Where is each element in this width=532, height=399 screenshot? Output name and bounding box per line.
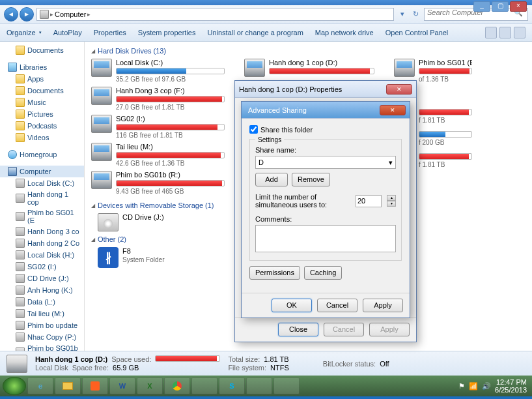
sidebar-item-podcasts[interactable]: Podcasts: [0, 120, 84, 132]
organize-button[interactable]: Organize: [7, 29, 42, 37]
close-button[interactable]: ✕: [386, 84, 412, 95]
sidebar-drive-item[interactable]: Local Disk (H:): [0, 249, 84, 261]
sidebar-drive-item[interactable]: CD Drive (J:): [0, 273, 84, 284]
drive-usage-bar: [419, 109, 472, 115]
taskbar-ie[interactable]: e: [27, 377, 53, 394]
taskbar-clock[interactable]: 12:47 PM 6/25/2013: [495, 378, 529, 394]
remove-button[interactable]: Remove: [292, 173, 330, 186]
taskbar-app2[interactable]: [191, 377, 217, 394]
chevron-down-icon: ▾: [389, 158, 393, 167]
sidebar-drive-item[interactable]: Phim bo SG01b (: [0, 343, 84, 351]
drive-free-text: 9.43 GB free of 465 GB: [116, 188, 225, 195]
system-properties-button[interactable]: System properties: [138, 29, 196, 37]
drive-free-text: 27.0 GB free of 1.81 TB: [116, 104, 225, 111]
sidebar-item-libraries[interactable]: Libraries: [0, 61, 84, 73]
drive-item[interactable]: Phim bo SG01 (E:)of 1.36 TB: [394, 59, 472, 83]
drive-icon: [16, 227, 25, 236]
window-close-button[interactable]: ×: [510, 1, 527, 12]
sidebar-item-homegroup[interactable]: Homegroup: [0, 149, 84, 160]
section-hdd[interactable]: ◢Hard Disk Drives (13): [91, 47, 525, 55]
address-dropdown-button[interactable]: ▾: [397, 8, 408, 20]
sidebar-drive-item[interactable]: Local Disk (C:): [0, 177, 84, 189]
taskbar-explorer[interactable]: [55, 377, 81, 394]
drive-usage-bar: [116, 180, 225, 186]
nav-back-button[interactable]: ◄: [4, 7, 18, 22]
system-tray[interactable]: ⚑ 📶 🔊 12:47 PM 6/25/2013: [458, 378, 529, 394]
map-drive-button[interactable]: Map network drive: [315, 29, 374, 37]
dialog-titlebar[interactable]: Advanced Sharing ✕: [242, 102, 410, 119]
sidebar-drive-item[interactable]: Hanh Dong 3 co: [0, 226, 84, 237]
sidebar-drive-item[interactable]: Hanh dong 1 cop: [0, 189, 84, 207]
drive-free-text: f 200 GB: [419, 139, 472, 146]
start-button[interactable]: [3, 377, 26, 395]
drive-item[interactable]: Hanh Dong 3 cop (F:)27.0 GB free of 1.81…: [91, 87, 225, 111]
sidebar-item-apps[interactable]: Apps: [0, 73, 84, 85]
sidebar-item-videos[interactable]: Videos: [0, 132, 84, 143]
tray-network-icon[interactable]: 📶: [469, 382, 478, 391]
address-bar[interactable]: ▸ Computer ▸: [36, 8, 394, 21]
sidebar-drive-item[interactable]: Tai lieu (M:): [0, 308, 84, 319]
add-button[interactable]: Add: [255, 173, 288, 186]
preview-pane-button[interactable]: [499, 27, 511, 38]
spin-up-button[interactable]: ▴: [387, 195, 396, 201]
comments-textarea[interactable]: [255, 225, 396, 252]
taskbar-app4[interactable]: [273, 377, 300, 394]
window-minimize-button[interactable]: _: [473, 1, 490, 12]
drive-item[interactable]: SG02 (I:)116 GB free of 1.81 TB: [91, 115, 225, 139]
tray-volume-icon[interactable]: 🔊: [482, 382, 491, 391]
autoplay-button[interactable]: AutoPlay: [53, 29, 82, 37]
sidebar-drive-item[interactable]: SG02 (I:): [0, 261, 84, 273]
ok-button[interactable]: OK: [272, 299, 312, 312]
taskbar-excel[interactable]: X: [137, 377, 163, 394]
tray-flag-icon[interactable]: ⚑: [458, 382, 465, 391]
sidebar-drive-item[interactable]: Data (L:): [0, 296, 84, 308]
sidebar-drive-item[interactable]: Nhac Copy (P:): [0, 331, 84, 343]
sidebar-drive-item[interactable]: Anh Hong (K:): [0, 284, 84, 296]
libraries-icon: [8, 63, 17, 72]
sidebar-drive-item[interactable]: Phim bo SG01 (E: [0, 207, 84, 226]
drive-item[interactable]: Local Disk (C:)35.2 GB free of 97.6 GB: [91, 59, 225, 83]
drive-item[interactable]: Tai lieu (M:)42.6 GB free of 1.36 TB: [91, 143, 225, 167]
share-folder-checkbox[interactable]: [249, 125, 258, 134]
drive-item[interactable]: Phim bo SG01b (R:)9.43 GB free of 465 GB: [91, 171, 225, 195]
sidebar-item-documents[interactable]: Documents: [0, 44, 84, 56]
taskbar-app1[interactable]: [82, 377, 108, 394]
spin-down-button[interactable]: ▾: [387, 201, 396, 207]
folder-icon: [16, 86, 25, 95]
sidebar-item-computer[interactable]: Computer: [0, 166, 84, 177]
drive-icon: [16, 262, 25, 271]
nav-forward-button[interactable]: ►: [20, 7, 34, 22]
sidebar-drive-item[interactable]: Hanh dong 2 Co: [0, 237, 84, 249]
apply-button[interactable]: Apply: [363, 299, 403, 312]
drive-item[interactable]: Hanh dong 1 cop (D:): [244, 59, 374, 77]
advanced-sharing-dialog: Advanced Sharing ✕ Share this folder Set…: [241, 101, 410, 318]
dialog-titlebar[interactable]: Hanh dong 1 cop (D:) Properties ✕: [235, 81, 416, 98]
taskbar-skype[interactable]: S: [219, 377, 245, 394]
sidebar-item-music[interactable]: Music: [0, 96, 84, 108]
drive-usage-bar: [116, 96, 225, 102]
control-panel-button[interactable]: Open Control Panel: [385, 29, 449, 37]
taskbar-word[interactable]: W: [109, 377, 135, 394]
uninstall-button[interactable]: Uninstall or change a program: [207, 29, 303, 37]
breadcrumb-computer[interactable]: Computer: [55, 10, 86, 18]
sidebar-item-docs[interactable]: Documents: [0, 85, 84, 96]
properties-button[interactable]: Properties: [94, 29, 126, 37]
help-button[interactable]: [514, 27, 525, 38]
drive-name: Phim bo SG01 (E:): [419, 59, 472, 66]
cancel-button[interactable]: Cancel: [317, 299, 357, 312]
drive-usage-bar: [116, 152, 225, 158]
close-button[interactable]: ✕: [380, 105, 406, 115]
share-name-combo[interactable]: D ▾: [255, 156, 396, 169]
sidebar-drive-item[interactable]: Phim bo update: [0, 319, 84, 331]
caching-button[interactable]: Caching: [304, 266, 342, 280]
close-dialog-button[interactable]: Close: [278, 323, 318, 336]
view-button[interactable]: [485, 27, 497, 38]
taskbar-app3[interactable]: [246, 377, 272, 394]
limit-spinner[interactable]: 20: [356, 195, 382, 207]
refresh-button[interactable]: ↻: [410, 8, 421, 20]
window-maximize-button[interactable]: ▢: [492, 1, 509, 12]
permissions-button[interactable]: Permissions: [249, 266, 300, 280]
taskbar-chrome[interactable]: [164, 377, 190, 394]
chevron-right-icon: ▸: [50, 11, 53, 18]
sidebar-item-pictures[interactable]: Pictures: [0, 108, 84, 120]
